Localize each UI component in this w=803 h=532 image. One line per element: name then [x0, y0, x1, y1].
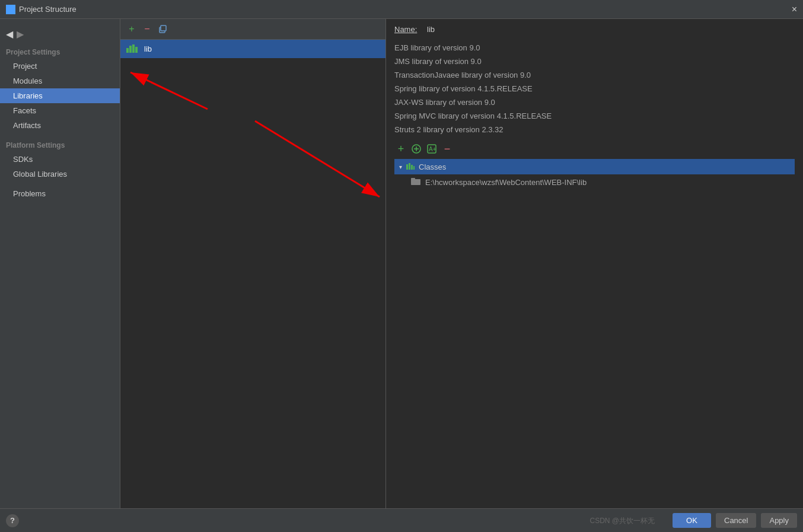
- name-label: Name:: [394, 25, 421, 34]
- watermark-text: CSDN @共饮一杯无: [589, 516, 655, 526]
- name-value: lib: [427, 25, 435, 34]
- name-row: Name: lib: [394, 25, 795, 34]
- center-toolbar: + −: [120, 19, 385, 40]
- forward-arrow[interactable]: ▶: [17, 28, 24, 40]
- title-bar-text: Project Structure: [19, 5, 77, 14]
- remove-library-button[interactable]: −: [141, 23, 154, 36]
- lib-entry-4: JAX-WS library of version 9.0: [394, 97, 795, 108]
- svg-rect-8: [132, 44, 135, 53]
- library-icon: [126, 43, 139, 55]
- apply-button[interactable]: Apply: [761, 513, 797, 528]
- svg-rect-1: [9, 8, 11, 12]
- nav-arrows: ◀ ▶: [0, 24, 120, 44]
- classes-tree: ▾ Classes: [394, 159, 795, 190]
- add-class-button[interactable]: +: [394, 142, 407, 155]
- lib-entry-6: Struts 2 library of version 2.3.32: [394, 124, 795, 135]
- svg-rect-17: [411, 165, 413, 170]
- sidebar-item-modules[interactable]: Modules: [0, 74, 120, 88]
- add-library-button[interactable]: +: [125, 23, 138, 36]
- copy-library-button[interactable]: [156, 23, 169, 36]
- library-entries: EJB library of version 9.0 JMS library o…: [394, 42, 795, 135]
- sidebar-item-project[interactable]: Project: [0, 59, 120, 74]
- svg-rect-7: [129, 46, 132, 53]
- lib-entry-3: Spring library of version 4.1.5.RELEASE: [394, 83, 795, 94]
- right-panel: Name: lib EJB library of version 9.0 JMS…: [386, 19, 803, 508]
- add-annotation-button[interactable]: A+: [425, 142, 438, 155]
- svg-rect-0: [7, 7, 8, 12]
- center-panel: + − lib: [120, 19, 386, 508]
- platform-settings-header: Platform Settings: [0, 138, 120, 152]
- bottom-bar: ? OK Cancel Apply CSDN @共饮一杯无: [0, 508, 803, 532]
- svg-rect-18: [413, 166, 415, 170]
- expand-icon: ▾: [399, 164, 402, 170]
- title-bar-left: Project Structure: [6, 5, 77, 14]
- svg-rect-5: [161, 26, 166, 31]
- app-icon: [6, 5, 15, 14]
- svg-text:A+: A+: [429, 146, 436, 152]
- svg-rect-16: [409, 163, 410, 170]
- bottom-right: OK Cancel Apply: [673, 513, 797, 528]
- svg-rect-9: [135, 47, 138, 53]
- sidebar-item-facets[interactable]: Facets: [0, 103, 120, 118]
- cancel-button[interactable]: Cancel: [716, 513, 756, 528]
- folder-icon: [411, 177, 420, 187]
- sidebar-item-problems[interactable]: Problems: [0, 186, 120, 201]
- title-bar: Project Structure ×: [0, 0, 803, 19]
- svg-rect-2: [11, 6, 13, 12]
- svg-rect-6: [126, 48, 129, 53]
- library-list: lib: [120, 40, 385, 508]
- classes-path: E:\hcworkspace\wzsf\WebContent\WEB-INF\l…: [425, 178, 587, 187]
- svg-rect-3: [14, 8, 15, 12]
- sidebar-item-libraries[interactable]: Libraries: [0, 88, 120, 103]
- right-toolbar: + A+ −: [394, 142, 795, 155]
- add-jar-button[interactable]: [410, 142, 423, 155]
- ok-button[interactable]: OK: [673, 513, 711, 528]
- lib-entry-2: TransactionJavaee library of version 9.0: [394, 69, 795, 81]
- lib-entry-0: EJB library of version 9.0: [394, 42, 795, 53]
- library-item-lib[interactable]: lib: [120, 40, 385, 58]
- sidebar-item-artifacts[interactable]: Artifacts: [0, 118, 120, 133]
- classes-label: Classes: [406, 162, 446, 171]
- classes-row[interactable]: ▾ Classes: [394, 159, 795, 174]
- svg-rect-20: [411, 178, 415, 180]
- back-arrow[interactable]: ◀: [6, 28, 13, 40]
- close-button[interactable]: ×: [792, 5, 797, 14]
- project-settings-header: Project Settings: [0, 44, 120, 59]
- svg-rect-15: [406, 164, 408, 170]
- lib-entry-5: Spring MVC library of version 4.1.5.RELE…: [394, 110, 795, 122]
- remove-class-button[interactable]: −: [441, 142, 454, 155]
- sidebar: ◀ ▶ Project Settings Project Modules Lib…: [0, 19, 120, 508]
- library-name: lib: [144, 44, 152, 53]
- bottom-left: ?: [6, 514, 19, 527]
- sidebar-item-global-libraries[interactable]: Global Libraries: [0, 167, 120, 181]
- help-button[interactable]: ?: [6, 514, 19, 527]
- path-row[interactable]: E:\hcworkspace\wzsf\WebContent\WEB-INF\l…: [394, 174, 795, 190]
- sidebar-item-sdks[interactable]: SDKs: [0, 152, 120, 167]
- lib-entry-1: JMS library of version 9.0: [394, 56, 795, 67]
